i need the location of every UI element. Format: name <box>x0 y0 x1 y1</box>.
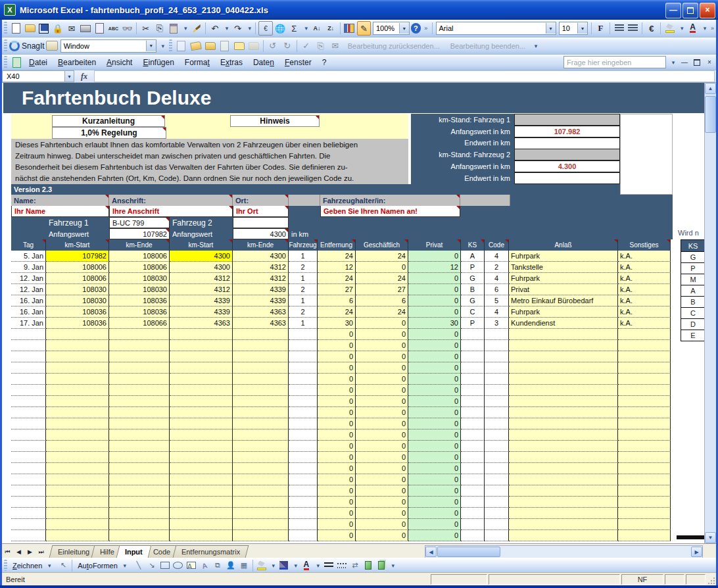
menu-format[interactable]: Format <box>180 56 215 69</box>
table-cell[interactable]: 24 <box>318 273 356 284</box>
table-cell[interactable] <box>618 463 671 474</box>
line-color-dropdown-icon[interactable]: ▾ <box>292 562 300 569</box>
km-panel-side-cell[interactable] <box>620 114 673 195</box>
table-cell[interactable] <box>289 418 318 429</box>
table-cell[interactable] <box>11 385 46 396</box>
table-cell[interactable] <box>461 497 485 508</box>
table-cell[interactable] <box>509 497 618 508</box>
fill-color-icon[interactable] <box>663 22 676 35</box>
first-sheet-icon[interactable]: ⏮ <box>2 546 13 558</box>
table-cell[interactable]: B <box>461 284 485 295</box>
table-cell[interactable] <box>46 530 109 541</box>
insert-function-icon[interactable]: fx <box>81 72 87 82</box>
table-cell[interactable]: 0 <box>318 452 356 463</box>
table-cell[interactable] <box>46 351 109 362</box>
table-cell[interactable] <box>485 407 509 418</box>
table-cell[interactable]: 4312 <box>170 273 233 284</box>
table-cell[interactable]: 0 <box>318 340 356 351</box>
zoom-dropdown-icon[interactable]: ▾ <box>399 23 409 34</box>
table-cell[interactable] <box>46 329 109 340</box>
table-cell[interactable] <box>461 508 485 519</box>
table-cell[interactable] <box>485 374 509 385</box>
table-cell[interactable] <box>46 407 109 418</box>
column-header[interactable]: Sonstiges <box>618 239 671 251</box>
line-style-icon[interactable] <box>323 561 334 570</box>
table-cell[interactable] <box>11 396 46 407</box>
vehicle2-label-cell[interactable]: Fahrzeug 2 <box>170 217 233 228</box>
table-cell[interactable] <box>461 374 485 385</box>
table-cell[interactable]: 0 <box>356 508 408 519</box>
scroll-down-icon[interactable]: ▼ <box>705 532 716 543</box>
table-cell[interactable]: 27 <box>318 284 356 295</box>
table-cell[interactable]: 6 <box>485 284 509 295</box>
table-cell[interactable] <box>46 519 109 530</box>
table-cell[interactable]: k.A. <box>618 284 671 295</box>
font-size-combo[interactable]: 10▾ <box>559 22 588 35</box>
table-cell[interactable] <box>170 463 233 474</box>
end-review-button[interactable]: Bearbeitung beenden... <box>450 42 525 50</box>
column-header[interactable]: Tag <box>11 239 46 251</box>
table-cell[interactable]: 12. Jan <box>11 273 46 284</box>
table-cell[interactable]: 12. Jan <box>11 284 46 295</box>
snagit-mode-combo[interactable]: Window▾ <box>60 39 156 53</box>
table-cell[interactable] <box>46 452 109 463</box>
table-cell[interactable]: 12 <box>408 262 461 273</box>
table-cell[interactable]: 108030 <box>46 295 109 306</box>
table-cell[interactable] <box>509 362 618 374</box>
table-cell[interactable] <box>461 441 485 452</box>
table-cell[interactable] <box>170 396 233 407</box>
prev-sheet-icon[interactable]: ◀ <box>13 546 24 558</box>
table-cell[interactable]: 108006 <box>109 262 170 273</box>
table-cell[interactable]: 108006 <box>109 251 170 262</box>
table-cell[interactable] <box>233 407 289 418</box>
table-cell[interactable]: 108030 <box>109 273 170 284</box>
table-cell[interactable]: 0 <box>356 418 408 429</box>
table-cell[interactable]: 0 <box>408 306 461 318</box>
form-dark-filler[interactable] <box>460 206 673 217</box>
table-cell[interactable] <box>618 474 671 485</box>
table-cell[interactable]: k.A. <box>618 306 671 318</box>
table-cell[interactable]: 27 <box>356 284 408 295</box>
table-cell[interactable]: 0 <box>356 463 408 474</box>
table-cell[interactable]: 2 <box>485 262 509 273</box>
vehicle1-start-cell[interactable]: 107982 <box>109 228 170 239</box>
table-cell[interactable] <box>46 441 109 452</box>
table-cell[interactable] <box>509 351 618 362</box>
fill-color-dropdown-icon[interactable]: ▾ <box>679 25 686 32</box>
snagit-overflow-icon[interactable]: ▾ <box>159 43 167 49</box>
table-cell[interactable] <box>618 396 671 407</box>
threed-style-icon[interactable] <box>376 561 387 570</box>
table-cell[interactable] <box>109 497 170 508</box>
table-cell[interactable] <box>289 374 318 385</box>
table-cell[interactable] <box>170 485 233 497</box>
city-value-cell[interactable]: Ihr Ort <box>233 206 289 217</box>
autoformen-menu-button[interactable]: AutoFormen▾ <box>74 560 132 571</box>
table-cell[interactable] <box>170 407 233 418</box>
table-cell[interactable] <box>289 508 318 519</box>
table-cell[interactable]: 4339 <box>170 306 233 318</box>
toolbar-drag-handle[interactable] <box>4 39 7 53</box>
table-cell[interactable] <box>233 497 289 508</box>
table-cell[interactable] <box>289 441 318 452</box>
vehicle-dark-spacer[interactable] <box>11 217 46 228</box>
font-color-icon[interactable]: A <box>301 561 312 570</box>
formula-input[interactable] <box>94 70 715 82</box>
restore-button[interactable] <box>682 3 698 18</box>
table-cell[interactable] <box>170 418 233 429</box>
table-cell[interactable] <box>170 519 233 530</box>
table-cell[interactable]: 16. Jan <box>11 295 46 306</box>
table-cell[interactable]: 30 <box>318 318 356 329</box>
review-delete-icon[interactable] <box>247 39 260 53</box>
table-cell[interactable] <box>461 418 485 429</box>
menu-bearbeiten[interactable]: Bearbeiten <box>53 56 101 69</box>
table-cell[interactable] <box>11 463 46 474</box>
table-cell[interactable] <box>485 508 509 519</box>
menu-fenster[interactable]: Fenster <box>279 56 317 69</box>
table-cell[interactable] <box>509 418 618 429</box>
new-icon[interactable] <box>10 22 22 35</box>
table-cell[interactable] <box>11 351 46 362</box>
table-cell[interactable]: 0 <box>356 474 408 485</box>
table-cell[interactable]: 0 <box>408 273 461 284</box>
table-cell[interactable] <box>170 530 233 541</box>
vehicle2-start-cell[interactable]: 4300 <box>233 228 289 239</box>
